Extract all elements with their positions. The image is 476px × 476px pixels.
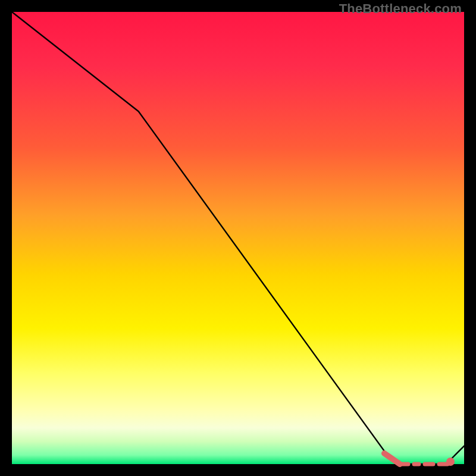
watermark-text: TheBottleneck.com [339, 2, 462, 15]
flat-region-end-dot [446, 458, 455, 466]
flat-region-solid [384, 453, 400, 464]
chart-frame: TheBottleneck.com [0, 0, 476, 476]
curve-line [12, 12, 464, 464]
chart-svg [12, 12, 464, 464]
plot-area [12, 12, 464, 464]
